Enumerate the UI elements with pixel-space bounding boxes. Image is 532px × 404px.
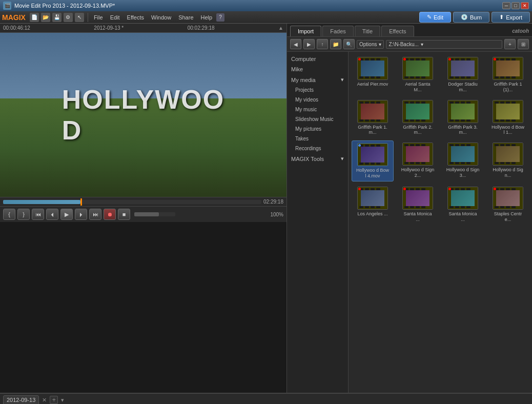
edit-icon: ✎: [427, 14, 432, 21]
file-santa-monica2[interactable]: Santa Monica ...: [442, 185, 484, 225]
folder-mike[interactable]: Mike: [287, 64, 348, 74]
window-title: Movie Edit Pro 2013 - 2012-09-13.MVP*: [14, 3, 115, 9]
file-grid-scroll[interactable]: Aerial Pier.mov Aerial Santa M...: [349, 52, 532, 393]
file-name-dodger: Dodger Stadium...: [446, 82, 480, 93]
folder-myvideos[interactable]: My videos: [287, 95, 348, 105]
volume-fill: [134, 212, 159, 216]
back-button[interactable]: ◀: [290, 39, 301, 49]
tab-add-button[interactable]: +: [50, 396, 58, 404]
save-icon[interactable]: 💾: [52, 13, 62, 22]
open-icon[interactable]: 📂: [41, 13, 50, 22]
folder-takes[interactable]: Takes: [287, 134, 348, 144]
preview-timeline-bar[interactable]: 02:29:18: [0, 197, 287, 206]
timeline-tab-label[interactable]: 2012-09-13: [3, 395, 39, 404]
forward-button[interactable]: ▶: [303, 39, 315, 49]
collapse-icon[interactable]: ▲: [278, 25, 283, 31]
add-button[interactable]: +: [504, 39, 516, 49]
prev-mark-button[interactable]: ⏮: [32, 209, 44, 220]
file-name-griffith-park3: Griffith Park 3.m...: [446, 125, 480, 136]
menu-share[interactable]: Share: [175, 13, 196, 22]
mark-out-button[interactable]: }: [17, 209, 30, 220]
app-icon: 🎬: [3, 2, 11, 10]
folder-mymusic[interactable]: My music: [287, 105, 348, 114]
file-los-angeles[interactable]: Los Angeles ...: [352, 185, 394, 225]
search-button[interactable]: 🔍: [343, 39, 355, 49]
record-button[interactable]: ⏺: [104, 209, 116, 220]
time-right: 00:02:29:18: [188, 25, 215, 31]
hollywood-sign-text: HOLLYWOO D: [62, 84, 224, 146]
file-griffith-park1[interactable]: Griffith Park 1.m...: [352, 98, 394, 138]
next-frame-button[interactable]: ⏵: [75, 209, 87, 220]
file-aerial-santa[interactable]: Aerial Santa M...: [397, 55, 439, 95]
maximize-button[interactable]: □: [511, 2, 520, 9]
file-staples[interactable]: Staples Centre...: [487, 185, 529, 225]
menu-window[interactable]: Window: [148, 13, 174, 22]
new-icon[interactable]: 📄: [30, 13, 39, 22]
file-hollywood-sign2[interactable]: Hollywoo d Sign 2...: [397, 140, 439, 181]
cursor-icon[interactable]: ↖: [75, 13, 84, 22]
path-dropdown[interactable]: Z:\N-Backu... ▾: [386, 40, 502, 49]
folder-mypictures[interactable]: My pictures: [287, 124, 348, 134]
grid-view-button[interactable]: ⊞: [518, 39, 529, 49]
browser-toolbar: ◀ ▶ ↑ 📁 🔍 Options ▾ Z:\N-Backu... ▾ + ⊞: [287, 37, 532, 52]
progress-fill: [3, 200, 80, 204]
file-hollywood-sign3[interactable]: Hollywoo d Sign 3...: [442, 140, 484, 181]
mark-in-button[interactable]: {: [3, 209, 15, 220]
path-chevron: ▾: [421, 42, 423, 47]
folder-computer[interactable]: Computer: [287, 54, 348, 64]
tab-import[interactable]: Import: [290, 26, 321, 36]
file-griffith-park3[interactable]: Griffith Park 3.m...: [442, 98, 484, 138]
file-aerial-pier[interactable]: Aerial Pier.mov: [352, 55, 394, 95]
titlebar: 🎬 Movie Edit Pro 2013 - 2012-09-13.MVP* …: [0, 0, 532, 11]
file-name-hollywood-sign2: Hollywoo d Sign 2...: [401, 167, 435, 178]
file-hollywood-sign4[interactable]: Hollywoo d Sign...: [487, 140, 529, 181]
file-name-hollywood-sign4: Hollywoo d Sign...: [492, 167, 525, 178]
tab-dropdown-button[interactable]: ▾: [61, 397, 64, 403]
edit-mode-button[interactable]: ✎ Edit: [419, 12, 451, 23]
burn-mode-button[interactable]: 💿 Burn: [453, 12, 489, 23]
menu-edit[interactable]: Edit: [107, 13, 123, 22]
menu-file[interactable]: File: [91, 13, 106, 22]
video-frame: HOLLYWOO D: [0, 33, 287, 197]
file-santa-monica1[interactable]: Santa Monica ...: [397, 185, 439, 225]
prev-frame-button[interactable]: ⏴: [46, 209, 58, 220]
play-button[interactable]: ▶: [60, 209, 73, 220]
right-panel: Import Fades Title Effects catooh ◀ ▶ ↑ …: [287, 24, 532, 393]
left-panel: 00:00:46:12 2012-09-13 * 00:02:29:18 ▲ H…: [0, 24, 287, 393]
up-button[interactable]: ↑: [317, 39, 328, 49]
export-mode-button[interactable]: ⬆ Export: [492, 12, 530, 23]
folder-magixtools[interactable]: MAGIX Tools ▾: [287, 153, 348, 164]
folder-recordings[interactable]: Recordings: [287, 144, 348, 153]
title-area: 🎬 Movie Edit Pro 2013 - 2012-09-13.MVP*: [3, 2, 115, 10]
path-label: Z:\N-Backu...: [388, 42, 418, 47]
file-name-hollywood-sign3: Hollywoo d Sign 3...: [446, 167, 480, 178]
settings-icon[interactable]: ⚙: [64, 13, 73, 22]
file-griffith1[interactable]: Griffith Park 1(1)...: [487, 55, 529, 95]
file-name-griffith1: Griffith Park 1(1)...: [492, 82, 525, 93]
file-name-aerial-pier: Aerial Pier.mov: [357, 82, 388, 87]
preview-area: HOLLYWOO D: [0, 33, 287, 197]
file-dodger[interactable]: Dodger Stadium...: [442, 55, 484, 95]
close-button[interactable]: ✕: [521, 2, 529, 9]
file-hollywood-bowl4[interactable]: Hollywoo d Bowl 4.mov: [352, 140, 394, 181]
folder-mymedia[interactable]: My media ▾: [287, 74, 348, 85]
stop-button[interactable]: ■: [118, 209, 130, 220]
options-dropdown[interactable]: Options ▾: [357, 40, 384, 49]
minimize-button[interactable]: ─: [502, 2, 510, 9]
tab-close-button[interactable]: ✕: [42, 397, 47, 403]
volume-slider[interactable]: [134, 212, 175, 216]
transport-controls: { } ⏮ ⏴ ▶ ⏵ ⏭ ⏺ ■ 100%: [0, 206, 287, 222]
next-mark-button[interactable]: ⏭: [89, 209, 101, 220]
tab-fades[interactable]: Fades: [322, 26, 354, 36]
help-icon[interactable]: ?: [216, 13, 224, 22]
folder-slideshow[interactable]: Slideshow Music: [287, 114, 348, 124]
preview-progress-bar[interactable]: [3, 200, 261, 204]
menu-help[interactable]: Help: [198, 13, 216, 22]
file-griffith-park2[interactable]: Griffith Park 2.m...: [397, 98, 439, 138]
folder-projects[interactable]: Projects: [287, 85, 348, 95]
tab-title[interactable]: Title: [355, 26, 380, 36]
menu-effects[interactable]: Effects: [124, 13, 147, 22]
tab-effects[interactable]: Effects: [381, 26, 414, 36]
file-hollywood-bowl1[interactable]: Hollywoo d Bowl 1...: [487, 98, 529, 138]
folder-button[interactable]: 📁: [330, 39, 341, 49]
